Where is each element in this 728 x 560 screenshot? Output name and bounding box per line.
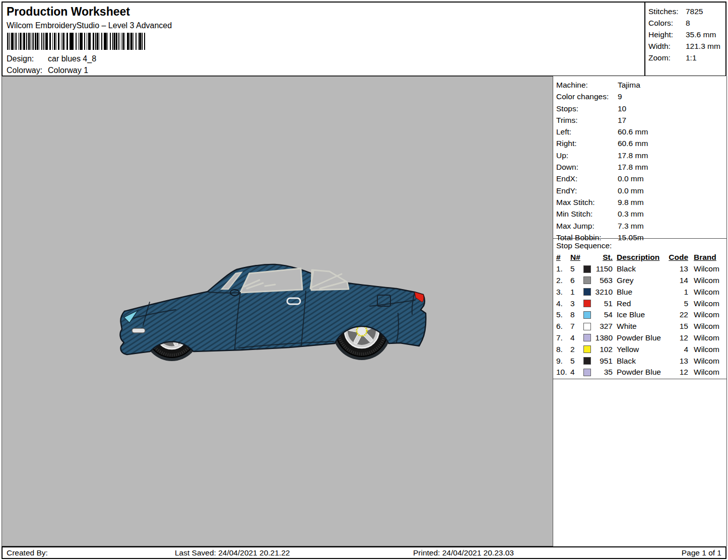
colorway-row: Colorway: Colorway 1 [7,66,42,75]
stop-row: 2.6563Grey14Wilcom [556,275,726,287]
colorway-name: Colorway 1 [48,66,88,75]
summary-stats-block: Stitches:7825 Colors:8 Height:35.6 mm Wi… [644,2,726,77]
col-brand: Brand [688,253,720,262]
thread-color-swatch [583,334,591,341]
barcode-image [7,33,146,50]
stat-value: 1:1 [686,52,697,63]
production-worksheet-page: Production Worksheet Wilcom EmbroiderySt… [0,0,728,560]
col-num: # [556,253,570,262]
design-name: car blues 4_8 [48,54,96,63]
machine-label: Color changes: [556,92,609,101]
page-number: Page 1 of 1 [682,548,721,558]
stop-row: 6.7327White15Wilcom [556,321,726,332]
machine-value: 17 [618,115,626,126]
machine-row: Machine:Tajima [556,80,726,91]
side-marker [132,328,145,333]
stat-label: Width: [648,42,671,50]
machine-value: 60.6 mm [618,138,648,149]
stat-label: Zoom: [648,53,671,62]
header-block: Production Worksheet Wilcom EmbroiderySt… [2,2,645,77]
machine-label: Min Stitch: [556,209,592,218]
stat-label: Colors: [648,19,673,27]
machine-label: Trims: [556,116,577,124]
stat-value: 35.6 mm [686,29,716,40]
stop-sequence-header: # N# St. Description Code Brand [556,252,726,263]
machine-label: Left: [556,127,571,136]
machine-label: Max Jump: [556,222,594,230]
stop-row: 3.13210Blue1Wilcom [556,286,726,298]
machine-row: Up:17.8 mm [556,150,726,162]
stat-height: Height:35.6 mm [648,29,725,41]
machine-row: Right:60.6 mm [556,138,726,150]
thread-color-swatch [583,276,591,284]
stop-sequence-block: Stop Sequence: # N# St. Description Code… [553,239,726,379]
stat-colors: Colors:8 [648,18,725,29]
machine-info-block: Machine:Tajima Color changes:9 Stops:10 … [553,76,726,239]
stat-label: Stitches: [648,7,678,16]
machine-value: 9.8 mm [618,197,644,208]
car-embroidery-design [118,258,440,361]
machine-row: Max Stitch:9.8 mm [556,197,726,208]
machine-value: 17.8 mm [618,150,648,161]
thread-color-swatch [583,323,591,330]
stop-row: 10.435Powder Blue12Wilcom [556,367,726,378]
col-desc: Description [613,253,666,262]
design-canvas [2,76,553,546]
machine-label: EndY: [556,186,577,195]
machine-row: Min Stitch:0.3 mm [556,208,726,220]
stat-zoom: Zoom:1:1 [648,52,725,64]
machine-value: 0.0 mm [618,173,644,184]
stop-row: 9.5951Black13Wilcom [556,355,726,367]
colorway-label: Colorway: [7,66,42,75]
design-label: Design: [7,54,34,63]
rear-window [311,270,349,290]
stat-value: 121.3 mm [686,41,720,52]
col-n: N# [570,253,583,262]
machine-value: 60.6 mm [618,126,648,137]
machine-value: 9 [618,91,622,102]
stat-width: Width:121.3 mm [648,41,725,52]
machine-label: Down: [556,163,578,171]
machine-row: EndY:0.0 mm [556,185,726,197]
machine-label: Right: [556,139,577,148]
rear-hub [357,326,367,336]
footer-bar: Created By: Last Saved: 24/04/2021 20.21… [2,546,726,559]
col-st: St. [592,253,613,262]
stat-stitches: Stitches:7825 [648,6,725,18]
thread-color-swatch [583,300,591,307]
stop-sequence-title: Stop Sequence: [556,240,726,252]
machine-label: Max Stitch: [556,198,595,206]
machine-value: Tajima [618,80,640,91]
machine-row: Color changes:9 [556,91,726,103]
stop-row: 8.2102Yellow4Wilcom [556,343,726,355]
machine-label: Stops: [556,104,578,113]
machine-value: 10 [618,103,626,114]
software-subtitle: Wilcom EmbroideryStudio – Level 3 Advanc… [7,21,172,30]
machine-row: EndX:0.0 mm [556,173,726,185]
machine-row: Trims:17 [556,115,726,126]
thread-color-swatch [583,369,591,376]
stop-row: 1.51150Black13Wilcom [556,263,726,275]
machine-panel: Machine:Tajima Color changes:9 Stops:10 … [553,76,727,546]
stop-row: 7.41380Powder Blue12Wilcom [556,332,726,344]
machine-label: Up: [556,151,568,160]
stop-row: 4.351Red5Wilcom [556,298,726,309]
stat-value: 7825 [686,6,703,17]
machine-value: 17.8 mm [618,162,648,173]
col-code: Code [666,253,688,262]
stop-row: 5.854Ice Blue22Wilcom [556,309,726,321]
machine-row: Left:60.6 mm [556,126,726,138]
printed-text: Printed: 24/04/2021 20.23.03 [413,548,514,558]
last-saved-text: Last Saved: 24/04/2021 20.21.22 [175,548,290,558]
stat-value: 8 [686,18,690,29]
machine-value: 0.0 mm [618,185,644,196]
stat-label: Height: [648,30,673,39]
thread-color-swatch [583,357,591,365]
thread-color-swatch [583,265,591,273]
machine-label: EndX: [556,174,577,183]
thread-color-swatch [583,345,591,353]
machine-row: Down:17.8 mm [556,162,726,173]
machine-row: Stops:10 [556,103,726,115]
page-title: Production Worksheet [7,5,130,19]
thread-color-swatch [583,311,591,319]
